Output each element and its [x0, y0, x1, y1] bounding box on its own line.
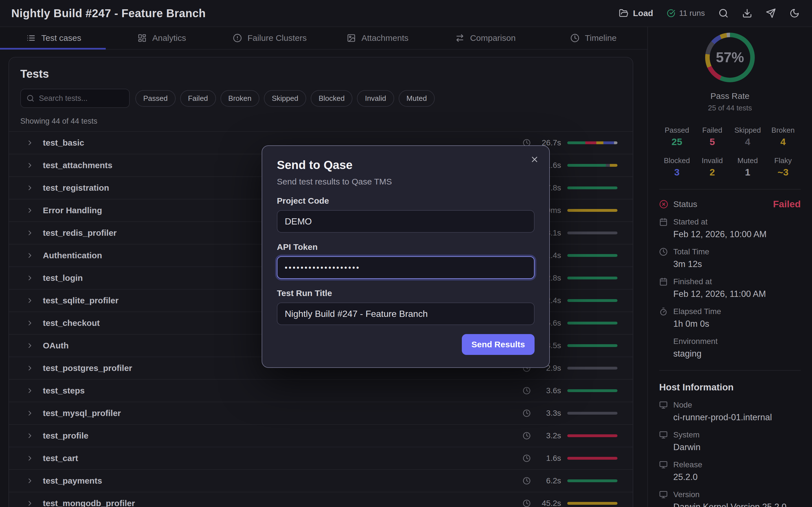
runs-badge[interactable]: 11 runs [667, 9, 705, 18]
pass-rate-sublabel: 25 of 44 tests [659, 104, 801, 112]
chevron-right-icon[interactable] [26, 342, 34, 349]
chevron-right-icon[interactable] [26, 477, 34, 485]
tab-comparison[interactable]: Comparison [432, 27, 540, 49]
chevron-right-icon[interactable] [26, 499, 34, 507]
test-name: test_profile [43, 431, 523, 441]
chevron-right-icon[interactable] [26, 139, 34, 147]
run-info-list: Started atFeb 12, 2026, 10:00 AMTotal Ti… [659, 217, 801, 359]
chevron-right-icon[interactable] [26, 274, 34, 282]
tab-failure-clusters[interactable]: Failure Clusters [216, 27, 324, 49]
alert-icon [233, 34, 242, 43]
filter-chip-skipped[interactable]: Skipped [264, 90, 306, 107]
info-item-release: Release25.2.0 [659, 460, 801, 482]
dark-mode-toggle-icon[interactable] [790, 8, 800, 18]
test-status-bar [567, 322, 617, 325]
test-name: test_steps [43, 386, 523, 395]
pass-rate-label: Pass Rate [659, 91, 801, 101]
bar-segment-skipped [567, 367, 617, 370]
send-results-button[interactable]: Send Results [462, 334, 535, 355]
tab-timeline[interactable]: Timeline [539, 27, 647, 49]
test-row[interactable]: test_cart1.6s [9, 447, 633, 469]
test-name: test_payments [43, 476, 523, 486]
chevron-right-icon[interactable] [26, 432, 34, 440]
bar-segment-blocked [603, 142, 614, 144]
filter-chip-invalid[interactable]: Invalid [357, 90, 394, 107]
chevron-right-icon[interactable] [26, 319, 34, 327]
clock-icon [523, 499, 530, 507]
bar-segment-broken [567, 209, 617, 212]
filter-chip-passed[interactable]: Passed [135, 90, 175, 107]
chevron-right-icon[interactable] [26, 409, 34, 417]
status-stats-grid: Passed25Failed5Skipped4Broken4Blocked3In… [659, 126, 801, 178]
test-row[interactable]: test_steps3.6s [9, 379, 633, 402]
x-circle-icon [659, 200, 668, 209]
divider [659, 189, 801, 189]
info-item-value: 25.2.0 [673, 472, 801, 482]
chevron-right-icon[interactable] [26, 207, 34, 214]
load-button[interactable]: Load [619, 8, 653, 18]
stat-label: Broken [765, 126, 801, 135]
info-item-version: VersionDarwin Kernel Version 25.2.0 [659, 490, 801, 507]
timer-icon [659, 307, 668, 316]
calendar-icon [659, 218, 668, 226]
field-input-test-run-title[interactable]: Nightly Build #247 - Feature Branch [277, 302, 535, 325]
filter-chip-failed[interactable]: Failed [180, 90, 216, 107]
info-item-label: System [673, 431, 700, 439]
info-item-value: Darwin [673, 442, 801, 452]
tab-attachments[interactable]: Attachments [324, 27, 432, 49]
modal-footer: Send Results [277, 334, 535, 355]
clock-icon [523, 387, 530, 395]
chevron-right-icon[interactable] [26, 297, 34, 304]
folder-open-icon [619, 8, 628, 18]
close-icon[interactable] [530, 155, 539, 164]
info-item-header: Total Time [659, 247, 801, 256]
image-icon [347, 34, 356, 43]
test-status-bar [567, 254, 617, 257]
test-status-bar [567, 367, 617, 370]
chevron-right-icon[interactable] [26, 387, 34, 395]
chevron-right-icon[interactable] [26, 161, 34, 169]
bar-segment-broken [567, 502, 617, 505]
test-duration: 45.2s [535, 499, 561, 507]
info-item-label: Release [673, 460, 702, 469]
field-input-project-code[interactable]: DEMO [277, 210, 535, 233]
test-row[interactable]: test_mysql_profiler3.3s [9, 402, 633, 424]
search-tests-input[interactable] [39, 94, 123, 103]
test-status-bar [567, 231, 617, 234]
bar-segment-failed [585, 142, 596, 144]
download-icon[interactable] [742, 8, 752, 18]
tab-label: Failure Clusters [248, 33, 307, 43]
status-row: Status Failed [659, 199, 801, 210]
info-item-finished-at: Finished atFeb 12, 2026, 11:00 AM [659, 277, 801, 299]
search-icon[interactable] [718, 8, 728, 18]
tab-test-cases[interactable]: Test cases [0, 27, 108, 49]
list-icon [27, 34, 36, 43]
bar-segment-passed [567, 277, 617, 279]
test-duration: 3.2s [535, 431, 561, 440]
tab-analytics[interactable]: Analytics [108, 27, 216, 49]
test-row[interactable]: test_mongodb_profiler45.2s [9, 492, 633, 507]
tests-card-header: Tests PassedFailedBrokenSkippedBlockedIn… [9, 57, 633, 126]
info-item-system: SystemDarwin [659, 431, 801, 452]
bar-segment-skipped [567, 412, 617, 414]
stat-label: Invalid [695, 156, 730, 165]
test-row[interactable]: test_payments6.2s [9, 469, 633, 492]
chevron-right-icon[interactable] [26, 184, 34, 192]
info-item-header: Version [659, 490, 801, 499]
filter-chip-blocked[interactable]: Blocked [311, 90, 353, 107]
bar-segment-passed [567, 299, 617, 302]
test-status-bar [567, 142, 617, 144]
stat-label: Failed [695, 126, 730, 135]
modal-title: Send to Qase [277, 158, 535, 172]
send-icon[interactable] [766, 8, 776, 18]
chevron-right-icon[interactable] [26, 229, 34, 237]
field-input-api-token[interactable]: ••••••••••••••••••• [277, 256, 535, 279]
filter-chip-muted[interactable]: Muted [399, 90, 435, 107]
chevron-right-icon[interactable] [26, 251, 34, 260]
test-status-bar [567, 480, 617, 482]
filter-chip-broken[interactable]: Broken [220, 90, 259, 107]
chevron-right-icon[interactable] [26, 364, 34, 372]
chevron-right-icon[interactable] [26, 454, 34, 462]
test-row[interactable]: test_profile3.2s [9, 424, 633, 447]
bar-segment-failed [567, 434, 617, 437]
